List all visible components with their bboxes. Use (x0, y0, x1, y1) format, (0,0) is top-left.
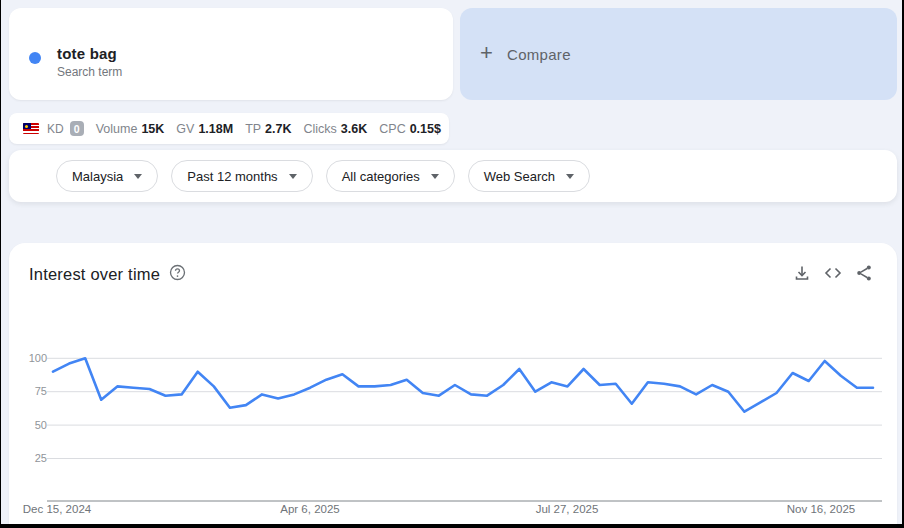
chevron-down-icon (566, 174, 574, 179)
trend-line (53, 358, 873, 411)
region-filter-dropdown[interactable]: Malaysia (56, 160, 158, 192)
x-tick-label: Apr 6, 2025 (280, 503, 339, 515)
filters-band: Malaysia Past 12 months All categories W… (9, 150, 897, 202)
help-icon[interactable] (169, 264, 186, 281)
time-range-filter-dropdown[interactable]: Past 12 months (171, 160, 312, 192)
metric-tp: TP 2.7K (245, 122, 291, 136)
chevron-down-icon (289, 174, 297, 179)
search-term-text: tote bag (57, 45, 117, 62)
embed-icon[interactable] (824, 264, 842, 282)
search-type-filter-dropdown[interactable]: Web Search (468, 160, 590, 192)
search-term-subtitle: Search term (57, 65, 122, 79)
y-tick-label: 75 (17, 386, 47, 397)
kd-value-badge: 0 (70, 121, 84, 136)
malaysia-flag-icon (23, 123, 39, 134)
metric-cpc: CPC 0.15$ (379, 122, 441, 136)
category-filter-dropdown[interactable]: All categories (326, 160, 455, 192)
plus-icon: + (480, 41, 493, 65)
compare-label: Compare (507, 46, 571, 63)
y-tick-label: 50 (17, 420, 47, 431)
metric-clicks: Clicks 3.6K (304, 122, 368, 136)
download-icon[interactable] (793, 264, 811, 282)
x-tick-label: Dec 15, 2024 (23, 503, 91, 515)
metric-volume: Volume 15K (96, 122, 165, 136)
share-icon[interactable] (855, 264, 873, 282)
kd-label: KD (47, 122, 64, 136)
y-tick-label: 25 (17, 453, 47, 464)
chevron-down-icon (431, 174, 439, 179)
y-tick-label: 100 (17, 353, 47, 364)
google-trends-page: { "search_card": { "term": "tote bag", "… (0, 0, 904, 528)
chart-gridlines (47, 358, 882, 458)
chevron-down-icon (134, 174, 142, 179)
x-tick-label: Nov 16, 2025 (787, 503, 855, 515)
compare-card[interactable]: + Compare (460, 8, 897, 100)
chart-actions (793, 264, 873, 282)
search-term-card[interactable]: tote bag Search term (9, 8, 453, 100)
metric-gv: GV 1.18M (176, 122, 233, 136)
chart-title: Interest over time (29, 265, 160, 284)
interest-over-time-card: Interest over time (9, 243, 897, 528)
series-color-dot (29, 52, 41, 64)
interest-line-chart[interactable] (9, 330, 897, 528)
keyword-metrics-bar: KD 0 Volume 15K GV 1.18M TP 2.7K Clicks … (9, 113, 449, 144)
x-tick-label: Jul 27, 2025 (536, 503, 599, 515)
